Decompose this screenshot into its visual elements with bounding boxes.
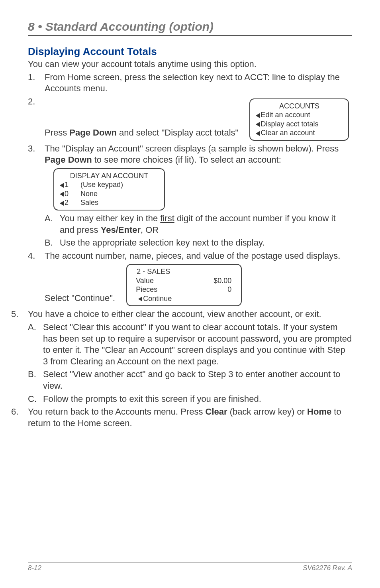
- step-3-key: Page Down: [45, 155, 92, 165]
- steps-list: From Home screen, press the selection ke…: [28, 72, 352, 307]
- screen-display-account: DISPLAY AN ACCOUNT 1 (Use keypad) 0 None…: [53, 168, 165, 210]
- step-2-text-c: and select "Display acct totals": [117, 127, 238, 137]
- clear-key: Clear: [206, 407, 227, 417]
- screen-sales: 2 - SALES Value $0.00 Pieces 0 Continue: [126, 264, 242, 306]
- step-2-text-a: Press: [45, 127, 69, 137]
- screen-sales-row-pieces: Pieces 0: [133, 285, 235, 294]
- steps-list-continued: You have a choice to either clear the ac…: [11, 309, 352, 429]
- triangle-icon: [256, 113, 260, 118]
- triangle-icon: [138, 297, 142, 301]
- step-5b: Select "View another acct" and go back t…: [28, 369, 352, 391]
- screen-display-row3: 2 Sales: [60, 198, 159, 207]
- screen-sales-continue: Continue: [133, 294, 235, 303]
- step-5: You have a choice to either clear the ac…: [11, 309, 352, 405]
- page: 8 • Standard Accounting (option) Display…: [0, 0, 380, 588]
- intro-text: You can view your account totals anytime…: [28, 59, 352, 70]
- step-5a: Select "Clear this account" if you want …: [28, 322, 352, 367]
- screen-sales-row-value: Value $0.00: [133, 276, 235, 285]
- step-5c: Follow the prompts to exit this screen i…: [28, 393, 352, 405]
- triangle-icon: [60, 201, 64, 206]
- screen-accounts-title: ACCOUNTS: [256, 102, 343, 111]
- triangle-icon: [60, 192, 64, 197]
- triangle-icon: [256, 122, 260, 127]
- screen-sales-title: 2 - SALES: [133, 267, 235, 276]
- screen-accounts: ACCOUNTS Edit an account Display acct to…: [249, 98, 349, 141]
- step-3: The "Display an Account" screen displays…: [28, 143, 352, 249]
- step-6: You return back to the Accounts menu. Pr…: [11, 406, 352, 429]
- screen-display-row1: 1 (Use keypad): [60, 180, 159, 189]
- screen-accounts-row1: Edit an account: [256, 110, 343, 120]
- step-4: The account number, name, pieces, and va…: [28, 250, 352, 307]
- section-heading: Displaying Account Totals: [28, 45, 352, 58]
- step-2-key: Page Down: [69, 127, 117, 137]
- step-3-sublist: You may either key in the first digit of…: [45, 213, 352, 249]
- home-key: Home: [307, 407, 331, 417]
- screen-accounts-row3: Clear an account: [256, 128, 343, 138]
- divider-bottom: [28, 562, 352, 562]
- screen-display-row2: 0 None: [60, 189, 159, 199]
- doc-revision: SV62276 Rev. A: [303, 564, 352, 572]
- divider-top: [28, 35, 352, 36]
- footer-row: 8-12 SV62276 Rev. A: [28, 564, 352, 572]
- triangle-icon: [60, 183, 64, 188]
- underline-first: first: [160, 213, 174, 223]
- step-2: Press Page Down and select "Display acct…: [28, 96, 352, 142]
- step-5-sublist: Select "Clear this account" if you want …: [28, 322, 352, 405]
- step-5-text: You have a choice to either clear the ac…: [28, 309, 321, 319]
- triangle-icon: [256, 131, 260, 136]
- screen-accounts-row2: Display acct totals: [256, 120, 343, 129]
- chapter-title: 8 • Standard Accounting (option): [28, 20, 352, 33]
- step-1: From Home screen, press the selection ke…: [28, 72, 352, 94]
- step-3-text-c: to see more choices (if lit). To select …: [92, 155, 281, 165]
- footer: 8-12 SV62276 Rev. A: [28, 562, 352, 572]
- step-1-text: From Home screen, press the selection ke…: [45, 72, 340, 94]
- screen-display-title: DISPLAY AN ACCOUNT: [60, 171, 159, 181]
- step-3a: You may either key in the first digit of…: [45, 213, 352, 236]
- step-3b: Use the appropriate selection key next t…: [45, 237, 352, 249]
- yes-enter-key: Yes/Enter: [101, 225, 141, 235]
- step-3-text-a: The "Display an Account" screen displays…: [45, 144, 339, 153]
- page-number: 8-12: [28, 564, 41, 572]
